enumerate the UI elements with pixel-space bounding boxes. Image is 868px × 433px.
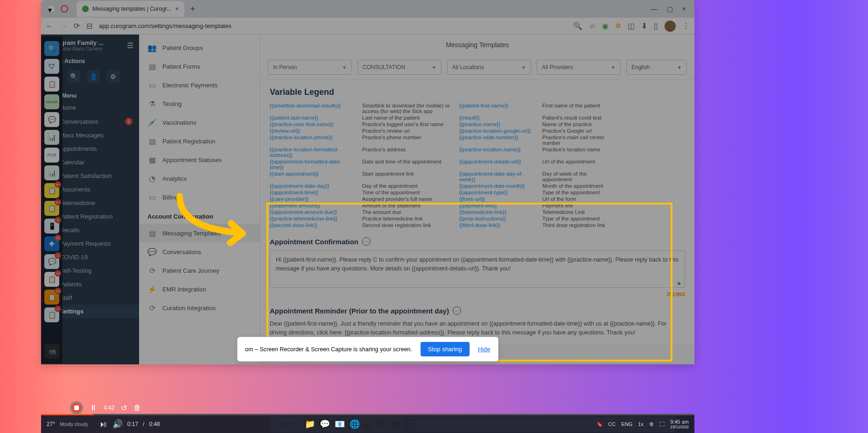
tb-settings-icon[interactable]: ⚙ <box>649 421 654 427</box>
pause-icon[interactable]: ⏸ <box>90 404 97 412</box>
extension-1-icon[interactable]: ◉ <box>602 21 609 30</box>
variable-token[interactable]: {{statement-amount}} <box>270 203 354 208</box>
tb-app-4-icon[interactable]: 🌐 <box>350 419 360 429</box>
strip-app-8-icon[interactable]: 9+📋 <box>44 183 59 198</box>
variable-token[interactable]: {{practice-location-google-url}} <box>459 128 534 134</box>
variable-token[interactable]: {{smartlink-download-results}} <box>270 103 354 114</box>
active-tab[interactable]: Messaging templates | Curogr... × <box>77 1 184 17</box>
variable-token[interactable]: {{patient-last-name}} <box>270 115 354 121</box>
variable-token[interactable]: {{second-dose-link}} <box>270 222 354 228</box>
tb-cc-icon[interactable]: CC <box>609 421 616 427</box>
strip-app-3-icon[interactable]: IRVINE <box>44 94 59 109</box>
strip-app-1-icon[interactable]: 🛡 <box>44 59 59 74</box>
extension-2-icon[interactable]: ✲ <box>615 21 621 30</box>
variable-token[interactable]: {{prep-instructions}} <box>459 216 534 221</box>
delete-icon[interactable]: 🗑 <box>133 404 141 412</box>
variable-token[interactable]: {{form-url}} <box>459 196 534 202</box>
config-item-patient-care-journey[interactable]: ⟳Patient Care Journey <box>139 261 260 280</box>
variable-token[interactable]: {{practice-wide-number}} <box>459 135 534 146</box>
filter-appt-type[interactable]: CONSULTATION▼ <box>357 60 441 75</box>
tb-bookmark-icon[interactable]: 🔖 <box>596 421 603 427</box>
tb-lang[interactable]: ENG <box>621 421 632 427</box>
variable-token[interactable]: {{payment-link}} <box>459 203 534 208</box>
tb-app-3-icon[interactable]: 📧 <box>335 419 345 429</box>
settings-item-billing[interactable]: ▭Billing <box>139 188 260 206</box>
back-icon[interactable]: ← <box>46 22 53 30</box>
config-item-emr-integration[interactable]: ⚡EMR Integration <box>139 280 260 298</box>
variable-token[interactable]: {{appointment-date-day}} <box>270 183 354 189</box>
config-item-conversations[interactable]: 💬Conversations <box>139 242 260 261</box>
play-pause-icon[interactable]: ⏯ <box>99 419 108 429</box>
minimize-icon[interactable]: — <box>651 5 658 13</box>
filter-visit-type[interactable]: In Person▼ <box>268 60 352 75</box>
strip-app-14-icon[interactable]: 23📋 <box>44 290 59 305</box>
settings-item-vaccinations[interactable]: 💉Vaccinations <box>139 113 260 132</box>
search-icon[interactable]: 🔍 <box>67 70 80 83</box>
site-info-icon[interactable]: ⊟ <box>86 21 92 30</box>
filter-location[interactable]: All Locations▼ <box>447 60 531 75</box>
strip-app-12-icon[interactable]: 2💬 <box>44 254 59 269</box>
settings-item-testing[interactable]: ⚗Testing <box>139 94 260 113</box>
variable-token[interactable]: {{review-url}} <box>270 128 354 134</box>
variable-token[interactable]: {{start-appointment}} <box>270 171 354 182</box>
variable-token[interactable]: {{appointment-type}} <box>459 190 534 195</box>
variable-token[interactable]: {{practice-telemedicine-link}} <box>270 216 354 221</box>
variable-token[interactable]: {{appointment-details-url}} <box>459 159 534 170</box>
variable-token[interactable]: {{practice-location-phone}} <box>270 135 354 146</box>
config-item-messaging-templates[interactable]: ▤Messaging Templates <box>139 224 260 242</box>
strip-app-15-icon[interactable]: 5📋 <box>44 307 59 322</box>
camera-icon[interactable]: 📹 <box>44 344 59 359</box>
variable-token[interactable]: {{care-provider}} <box>270 196 354 202</box>
strip-app-2-icon[interactable]: 📋 <box>44 77 59 92</box>
variable-token[interactable]: {{appointment-formatted-date-time}} <box>270 159 354 170</box>
variable-token[interactable]: {{appointment-date-day-of-week}} <box>459 171 534 182</box>
settings-item-appointment-statuses[interactable]: ▦Appointment Statuses <box>139 150 260 169</box>
config-item-curation-integration[interactable]: ⟳Curation Integration <box>139 298 260 317</box>
close-window-icon[interactable]: × <box>682 5 686 13</box>
variable-token[interactable]: {{practice-location-name}} <box>459 147 534 158</box>
variable-token[interactable]: {{telemedicine-link}} <box>459 209 534 215</box>
strip-app-7-icon[interactable]: 📊 <box>44 165 59 180</box>
tb-app-1-icon[interactable]: 📁 <box>305 419 315 429</box>
variable-token[interactable]: {{practice-user-first-name}} <box>270 121 354 127</box>
filter-provider[interactable]: All Providers▼ <box>537 60 621 75</box>
settings-item-analytics[interactable]: ◔Analytics <box>139 169 260 188</box>
filters-icon[interactable]: ⚙ <box>106 70 119 83</box>
strip-app-6-icon[interactable]: PCR <box>44 148 59 163</box>
zoom-icon[interactable]: 🔍 <box>573 21 582 30</box>
variable-token[interactable]: {{result}} <box>459 115 534 121</box>
tb-app-2-icon[interactable]: 💬 <box>320 419 330 429</box>
settings-item-patient-forms[interactable]: ▤Patient Forms <box>139 57 260 76</box>
menu-icon[interactable]: ⋮ <box>682 21 690 30</box>
extensions-icon[interactable]: ◫ <box>628 21 635 30</box>
variable-token[interactable]: {{practice-name}} <box>459 121 534 127</box>
new-tab-icon[interactable]: + <box>190 4 195 14</box>
variable-token[interactable]: {{practice-location-formatted-address}} <box>270 147 354 158</box>
url-field[interactable]: app.curogram.com/settings/messaging-temp… <box>99 22 567 29</box>
record-stop-button[interactable] <box>70 401 83 414</box>
variable-token[interactable]: {{patient-first-name}} <box>459 103 534 114</box>
variable-token[interactable]: {{appointment-time}} <box>270 190 354 195</box>
tab-control-icon[interactable]: ▾ <box>48 5 55 13</box>
bookmark-icon[interactable]: ☆ <box>589 21 595 30</box>
maximize-icon[interactable]: ▢ <box>667 5 673 13</box>
strip-search-icon[interactable]: 🔍 <box>44 41 59 56</box>
sidepanel-icon[interactable]: ▯ <box>654 21 658 30</box>
profile-avatar-icon[interactable] <box>665 21 676 32</box>
reload-icon[interactable]: ⟳ <box>74 21 80 30</box>
settings-item-patient-groups[interactable]: 👥Patient Groups <box>139 38 260 57</box>
strip-app-10-icon[interactable]: 4📱 <box>44 219 59 234</box>
tpl-confirmation-textarea[interactable] <box>270 250 685 288</box>
download-icon[interactable]: ⬇ <box>641 21 647 30</box>
hide-link[interactable]: Hide <box>478 346 490 353</box>
variable-token[interactable]: {{appointment-amount-due}} <box>270 209 354 215</box>
add-user-icon[interactable]: 👤 <box>87 70 100 83</box>
strip-app-13-icon[interactable]: 12📋 <box>44 272 59 287</box>
strip-app-5-icon[interactable]: 📊 <box>44 130 59 145</box>
filter-language[interactable]: English▼ <box>626 60 687 75</box>
forward-icon[interactable]: → <box>60 22 67 30</box>
strip-app-11-icon[interactable]: 21✚ <box>44 236 59 251</box>
restart-icon[interactable]: ↺ <box>121 404 127 412</box>
variable-token[interactable]: {{third-dose-link}} <box>459 222 534 228</box>
settings-item-electronic-payments[interactable]: ▭Electronic Payments <box>139 76 260 94</box>
